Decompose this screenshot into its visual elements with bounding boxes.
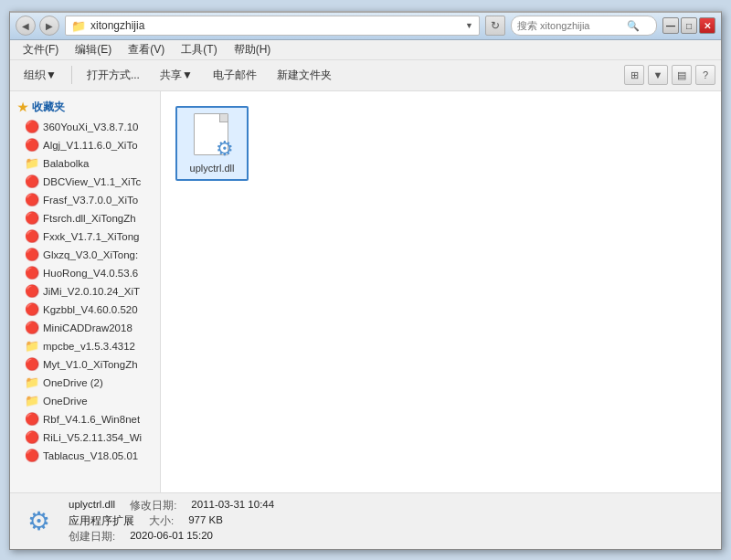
search-box[interactable]: 🔍 xyxy=(511,16,657,36)
sidebar-item-14[interactable]: 📁 OneDrive (2) xyxy=(10,374,160,392)
file-item-uplyctrl[interactable]: ⚙ uplyctrl.dll xyxy=(175,106,249,181)
item-label-8: HuoRong_V4.0.53.6 xyxy=(43,268,138,279)
menu-view[interactable]: 查看(V) xyxy=(121,40,172,59)
content-area[interactable]: ⚙ uplyctrl.dll xyxy=(161,91,721,492)
close-button[interactable]: ✕ xyxy=(699,17,715,34)
sidebar-item-4[interactable]: 🔴 Frasf_V3.7.0.0_XiTo xyxy=(10,191,160,209)
sidebar: ★ 收藏夹 🔴 360YouXi_V3.8.7.10 🔴 Algj_V1.11.… xyxy=(10,91,161,492)
item-icon-0: 🔴 xyxy=(25,120,39,134)
organize-button[interactable]: 组织▼ xyxy=(16,64,65,87)
refresh-button[interactable]: ↻ xyxy=(485,16,505,36)
menu-file[interactable]: 文件(F) xyxy=(16,40,66,59)
item-icon-3: 🔴 xyxy=(25,174,39,189)
item-label-9: JiMi_V2.0.10.24_XiT xyxy=(43,286,140,297)
new-folder-button[interactable]: 新建文件夹 xyxy=(269,64,340,87)
item-icon-5: 🔴 xyxy=(25,211,39,226)
file-icon-large: ⚙ xyxy=(189,113,235,159)
menu-edit[interactable]: 编辑(E) xyxy=(68,40,119,59)
favorites-section: ★ 收藏夹 🔴 360YouXi_V3.8.7.10 🔴 Algj_V1.11.… xyxy=(10,95,160,467)
status-size-label: 大小: xyxy=(149,514,174,528)
item-label-18: Tablacus_V18.05.01 xyxy=(43,450,138,461)
item-icon-4: 🔴 xyxy=(25,193,39,207)
nav-buttons: ◀ ▶ xyxy=(16,16,59,36)
status-filename: uplyctrl.dll xyxy=(69,499,115,512)
sidebar-item-11[interactable]: 🔴 MiniCADDraw2018 xyxy=(10,319,160,337)
item-label-17: RiLi_V5.2.11.354_Wi xyxy=(43,432,142,443)
view-dropdown[interactable]: ▼ xyxy=(648,65,668,85)
share-button[interactable]: 共享▼ xyxy=(152,64,201,87)
status-row-type: 应用程序扩展 大小: 977 KB xyxy=(69,514,274,528)
item-icon-7: 🔴 xyxy=(25,248,39,262)
item-label-2: Balabolka xyxy=(43,158,90,169)
item-icon-13: 🔴 xyxy=(25,357,39,372)
status-type: 应用程序扩展 xyxy=(69,514,134,528)
item-icon-11: 🔴 xyxy=(25,321,39,335)
help-button[interactable]: ? xyxy=(695,65,715,85)
maximize-button[interactable]: □ xyxy=(681,17,697,34)
back-button[interactable]: ◀ xyxy=(16,16,36,36)
toolbar-right: ⊞ ▼ ▤ ? xyxy=(624,65,715,85)
sidebar-item-18[interactable]: 🔴 Tablacus_V18.05.01 xyxy=(10,447,160,465)
status-modified-value: 2011-03-31 10:44 xyxy=(191,499,274,512)
toolbar: 组织▼ 打开方式... 共享▼ 电子邮件 新建文件夹 ⊞ ▼ ▤ ? xyxy=(10,60,721,91)
sidebar-item-10[interactable]: 🔴 Kgzbbl_V4.60.0.520 xyxy=(10,301,160,319)
status-modified-label: 修改日期: xyxy=(130,499,176,512)
status-bar: ⚙ uplyctrl.dll 修改日期: 2011-03-31 10:44 应用… xyxy=(10,492,721,549)
item-label-3: DBCView_V1.1_XiTc xyxy=(43,176,141,187)
item-icon-6: 🔴 xyxy=(25,229,39,244)
view-icon-2[interactable]: ▤ xyxy=(672,65,692,85)
item-icon-10: 🔴 xyxy=(25,302,39,317)
address-bar[interactable]: 📁 xitongzhijia ▼ xyxy=(65,16,480,36)
status-created-label: 创建日期: xyxy=(69,530,115,544)
item-icon-1: 🔴 xyxy=(25,138,39,153)
sidebar-item-1[interactable]: 🔴 Algj_V1.11.6.0_XiTo xyxy=(10,136,160,154)
sidebar-item-12[interactable]: 📁 mpcbe_v1.5.3.4312 xyxy=(10,337,160,355)
item-icon-12: 📁 xyxy=(25,339,39,354)
item-label-12: mpcbe_v1.5.3.4312 xyxy=(43,341,135,352)
sidebar-item-0[interactable]: 🔴 360YouXi_V3.8.7.10 xyxy=(10,118,160,136)
dll-icon: ⚙ xyxy=(190,113,234,159)
search-input[interactable] xyxy=(517,20,627,31)
view-icon-1[interactable]: ⊞ xyxy=(624,65,644,85)
sidebar-item-13[interactable]: 🔴 Myt_V1.0_XiTongZh xyxy=(10,355,160,374)
item-label-5: Ftsrch.dll_XiTongZh xyxy=(43,213,136,224)
sidebar-item-15[interactable]: 📁 OneDrive xyxy=(10,392,160,410)
item-label-15: OneDrive xyxy=(43,396,88,407)
toolbar-separator-1 xyxy=(71,66,72,84)
sidebar-item-5[interactable]: 🔴 Ftsrch.dll_XiTongZh xyxy=(10,209,160,227)
item-label-16: Rbf_V4.1.6_Win8net xyxy=(43,414,140,425)
sidebar-item-6[interactable]: 🔴 Fxxk_V1.7.1_XiTong xyxy=(10,227,160,246)
status-info: uplyctrl.dll 修改日期: 2011-03-31 10:44 应用程序… xyxy=(69,499,274,544)
sidebar-item-7[interactable]: 🔴 Glxzq_V3.0_XiTong: xyxy=(10,246,160,264)
item-icon-18: 🔴 xyxy=(25,449,39,463)
email-button[interactable]: 电子邮件 xyxy=(205,64,265,87)
folder-icon: 📁 xyxy=(71,19,86,33)
status-file-icon: ⚙ xyxy=(19,502,58,540)
favorites-header[interactable]: ★ 收藏夹 xyxy=(10,97,160,118)
item-label-13: Myt_V1.0_XiTongZh xyxy=(43,359,138,370)
star-icon: ★ xyxy=(17,100,28,114)
sidebar-item-8[interactable]: 🔴 HuoRong_V4.0.53.6 xyxy=(10,264,160,282)
item-icon-2: 📁 xyxy=(25,156,39,171)
minimize-button[interactable]: — xyxy=(662,17,679,34)
item-icon-17: 🔴 xyxy=(25,430,39,445)
sidebar-item-17[interactable]: 🔴 RiLi_V5.2.11.354_Wi xyxy=(10,428,160,447)
forward-button[interactable]: ▶ xyxy=(39,16,59,36)
sidebar-item-9[interactable]: 🔴 JiMi_V2.0.10.24_XiT xyxy=(10,282,160,301)
item-label-6: Fxxk_V1.7.1_XiTong xyxy=(43,231,139,242)
status-row-created: 创建日期: 2020-06-01 15:20 xyxy=(69,530,274,544)
sidebar-item-16[interactable]: 🔴 Rbf_V4.1.6_Win8net xyxy=(10,410,160,428)
item-icon-9: 🔴 xyxy=(25,284,39,299)
item-icon-16: 🔴 xyxy=(25,412,39,427)
sidebar-item-3[interactable]: 🔴 DBCView_V1.1_XiTc xyxy=(10,173,160,191)
open-with-button[interactable]: 打开方式... xyxy=(79,64,148,87)
file-name: uplyctrl.dll xyxy=(190,163,235,174)
status-size-value: 977 KB xyxy=(188,514,223,528)
favorites-label: 收藏夹 xyxy=(32,100,65,115)
menu-tools[interactable]: 工具(T) xyxy=(174,40,224,59)
menu-help[interactable]: 帮助(H) xyxy=(227,40,279,59)
search-icon: 🔍 xyxy=(627,20,640,32)
item-icon-14: 📁 xyxy=(25,375,39,390)
sidebar-item-2[interactable]: 📁 Balabolka xyxy=(10,154,160,173)
path-dropdown-arrow[interactable]: ▼ xyxy=(465,21,473,30)
